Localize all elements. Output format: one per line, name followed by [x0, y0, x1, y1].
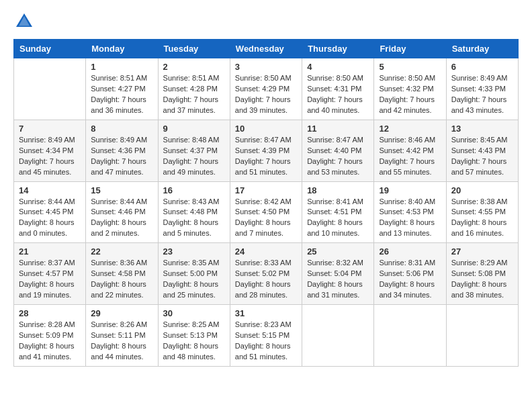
day-info-line: Sunrise: 8:32 AM	[307, 259, 363, 267]
calendar-cell	[446, 305, 518, 367]
column-header-sunday: Sunday	[14, 40, 86, 58]
calendar-row-1: 7Sunrise: 8:49 AMSunset: 4:34 PMDaylight…	[14, 120, 519, 181]
day-info-line: Daylight: 7 hours	[235, 157, 291, 165]
day-info-line: Sunset: 4:39 PM	[235, 146, 290, 154]
day-info: Sunrise: 8:47 AMSunset: 4:39 PMDaylight:…	[235, 135, 297, 178]
day-info-line: Sunrise: 8:51 AM	[91, 74, 147, 82]
day-info-line: and 10 minutes.	[307, 229, 359, 237]
day-info-line: Sunrise: 8:37 AM	[19, 259, 75, 267]
day-info-line: Sunrise: 8:25 AM	[163, 320, 220, 328]
day-info: Sunrise: 8:50 AMSunset: 4:31 PMDaylight:…	[307, 73, 369, 116]
day-info-line: Sunrise: 8:44 AM	[91, 197, 147, 205]
calendar-cell: 13Sunrise: 8:45 AMSunset: 4:43 PMDayligh…	[446, 120, 518, 181]
day-info-line: Daylight: 7 hours	[307, 157, 363, 165]
day-info-line: and 44 minutes.	[91, 353, 143, 361]
day-info: Sunrise: 8:23 AMSunset: 5:15 PMDaylight:…	[235, 320, 297, 363]
day-info-line: and 49 minutes.	[163, 168, 216, 176]
calendar-cell: 30Sunrise: 8:25 AMSunset: 5:13 PMDayligh…	[158, 305, 230, 367]
day-info-line: Sunset: 5:15 PM	[235, 331, 290, 339]
day-info-line: Daylight: 8 hours	[307, 280, 363, 288]
column-header-saturday: Saturday	[446, 40, 518, 58]
calendar-cell	[374, 305, 446, 367]
day-info-line: Sunset: 4:31 PM	[307, 85, 361, 93]
calendar-cell: 29Sunrise: 8:26 AMSunset: 5:11 PMDayligh…	[86, 305, 158, 367]
day-info-line: Sunset: 4:32 PM	[379, 85, 433, 93]
day-info-line: Sunrise: 8:28 AM	[19, 320, 75, 328]
day-info-line: Sunrise: 8:50 AM	[235, 74, 292, 82]
column-header-wednesday: Wednesday	[230, 40, 302, 58]
day-info-line: Sunset: 4:43 PM	[451, 146, 506, 154]
day-number: 31	[235, 308, 297, 318]
day-number: 14	[19, 185, 81, 195]
calendar-cell: 25Sunrise: 8:32 AMSunset: 5:04 PMDayligh…	[302, 243, 374, 305]
day-info-line: and 38 minutes.	[451, 291, 504, 299]
day-info: Sunrise: 8:29 AMSunset: 5:08 PMDaylight:…	[451, 258, 513, 301]
day-info-line: Daylight: 8 hours	[379, 218, 435, 226]
day-info-line: and 28 minutes.	[235, 291, 287, 299]
day-number: 16	[163, 185, 225, 195]
calendar-cell: 8Sunrise: 8:49 AMSunset: 4:36 PMDaylight…	[86, 120, 158, 181]
calendar-cell: 14Sunrise: 8:44 AMSunset: 4:45 PMDayligh…	[14, 181, 86, 243]
day-info-line: Sunset: 4:28 PM	[163, 85, 218, 93]
day-info-line: and 53 minutes.	[307, 168, 359, 176]
day-number: 3	[235, 62, 297, 72]
calendar-cell	[14, 58, 86, 120]
day-info-line: Sunset: 4:34 PM	[19, 146, 73, 154]
day-info-line: Sunrise: 8:36 AM	[91, 259, 147, 267]
calendar-table: SundayMondayTuesdayWednesdayThursdayFrid…	[13, 39, 519, 367]
day-info-line: and 43 minutes.	[451, 106, 504, 114]
day-info: Sunrise: 8:50 AMSunset: 4:29 PMDaylight:…	[235, 73, 297, 116]
day-info-line: Daylight: 7 hours	[235, 95, 291, 103]
day-info-line: Sunrise: 8:50 AM	[307, 74, 363, 82]
calendar-row-0: 1Sunrise: 8:51 AMSunset: 4:27 PMDaylight…	[14, 58, 519, 120]
calendar-cell: 16Sunrise: 8:43 AMSunset: 4:48 PMDayligh…	[158, 181, 230, 243]
day-info-line: Sunset: 4:27 PM	[91, 85, 145, 93]
day-number: 21	[19, 246, 81, 257]
day-info: Sunrise: 8:42 AMSunset: 4:50 PMDaylight:…	[235, 197, 297, 240]
day-info-line: Sunset: 4:42 PM	[379, 146, 433, 154]
day-info-line: Daylight: 7 hours	[379, 157, 435, 165]
day-info-line: Daylight: 7 hours	[163, 95, 219, 103]
day-info-line: Sunrise: 8:44 AM	[19, 197, 75, 205]
day-info-line: and 51 minutes.	[235, 353, 287, 361]
logo	[13, 11, 38, 32]
day-info: Sunrise: 8:38 AMSunset: 4:55 PMDaylight:…	[451, 197, 513, 240]
day-info: Sunrise: 8:28 AMSunset: 5:09 PMDaylight:…	[19, 320, 81, 363]
column-header-tuesday: Tuesday	[158, 40, 230, 58]
day-info-line: and 16 minutes.	[451, 229, 504, 237]
day-info-line: Sunrise: 8:35 AM	[163, 259, 220, 267]
day-info-line: Sunset: 4:33 PM	[451, 85, 506, 93]
day-number: 4	[307, 62, 369, 72]
day-info-line: Daylight: 8 hours	[235, 218, 291, 226]
day-info-line: and 34 minutes.	[379, 291, 431, 299]
day-info-line: Sunset: 4:50 PM	[235, 208, 290, 216]
day-info-line: Sunrise: 8:31 AM	[379, 259, 435, 267]
day-info-line: and 5 minutes.	[163, 229, 212, 237]
day-info-line: Sunset: 5:06 PM	[379, 269, 433, 277]
day-info-line: Sunrise: 8:29 AM	[451, 259, 508, 267]
day-number: 13	[451, 124, 513, 134]
day-info-line: and 7 minutes.	[235, 229, 283, 237]
day-info-line: Sunset: 4:51 PM	[307, 208, 361, 216]
calendar-cell: 3Sunrise: 8:50 AMSunset: 4:29 PMDaylight…	[230, 58, 302, 120]
day-info-line: Sunset: 5:04 PM	[307, 269, 361, 277]
day-number: 29	[91, 308, 152, 318]
day-info-line: Daylight: 8 hours	[163, 218, 219, 226]
calendar-cell: 6Sunrise: 8:49 AMSunset: 4:33 PMDaylight…	[446, 58, 518, 120]
day-info-line: Daylight: 8 hours	[379, 280, 435, 288]
day-info-line: and 47 minutes.	[91, 168, 143, 176]
day-info-line: Daylight: 8 hours	[19, 218, 75, 226]
calendar-cell: 15Sunrise: 8:44 AMSunset: 4:46 PMDayligh…	[86, 181, 158, 243]
day-number: 9	[163, 124, 225, 134]
day-number: 18	[307, 185, 369, 195]
day-info-line: Sunset: 4:53 PM	[379, 208, 433, 216]
day-info-line: and 2 minutes.	[91, 229, 139, 237]
day-info-line: Daylight: 7 hours	[91, 157, 146, 165]
day-info: Sunrise: 8:43 AMSunset: 4:48 PMDaylight:…	[163, 197, 225, 240]
day-info-line: and 22 minutes.	[91, 291, 143, 299]
column-header-monday: Monday	[86, 40, 158, 58]
day-number: 2	[163, 62, 225, 72]
day-info: Sunrise: 8:44 AMSunset: 4:45 PMDaylight:…	[19, 197, 81, 240]
day-info-line: and 36 minutes.	[91, 106, 143, 114]
day-info-line: Sunset: 5:11 PM	[91, 331, 145, 339]
